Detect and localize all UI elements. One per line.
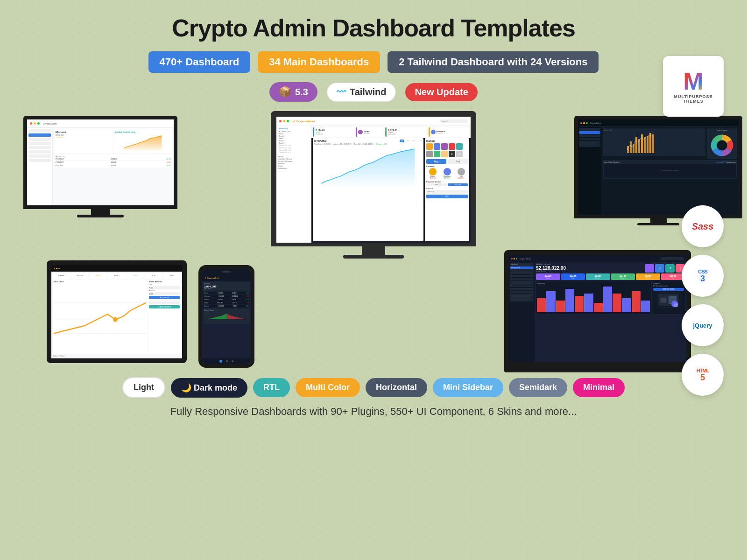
feature-badges-row: Light 🌙 Dark mode RTL Multi Color Horizo… — [122, 377, 625, 398]
sass-icon: Sass — [692, 221, 714, 232]
main-monitor: ⚡ Crypto Admin Search Dashboard ▸ Option… — [271, 111, 476, 259]
rtl-badge[interactable]: RTL — [253, 378, 290, 397]
html5-icon-circle: HTML 5 — [682, 354, 724, 396]
mini-sidebar-badge[interactable]: Mini Sidebar — [433, 378, 503, 397]
laravel-icon: 📦 — [279, 86, 291, 98]
horizontal-badge[interactable]: Horizontal — [366, 378, 427, 397]
tailwind-badge: 2 Tailwind Dashboard with 24 Versions — [388, 51, 599, 73]
monitor-left-screen: Crypto Admin — [23, 116, 177, 209]
svg-rect-4 — [638, 139, 640, 153]
main-dashboards-badge: 34 Main Dashboards — [258, 51, 380, 73]
laravel-badge: 📦 5.3 — [269, 82, 317, 102]
tailwind-tech-badge: 〰 Tailwind — [327, 83, 396, 102]
svg-point-11 — [717, 140, 727, 151]
svg-rect-9 — [652, 134, 654, 153]
css3-icon-circle: CSS 3 — [682, 255, 724, 297]
semidark-badge[interactable]: Semidark — [509, 378, 567, 397]
jquery-icon-circle: jQuery — [682, 304, 724, 346]
jquery-icon: jQuery — [693, 322, 712, 329]
svg-point-20 — [674, 303, 678, 308]
svg-rect-17 — [661, 298, 667, 303]
svg-point-15 — [113, 317, 118, 322]
logo-text: MULTIPURPOSETHEMES — [674, 94, 713, 104]
logo-letter: M — [683, 69, 703, 93]
light-badge[interactable]: Light — [122, 377, 165, 398]
svg-rect-5 — [641, 134, 643, 153]
tablet-screen: ETH/BTC $3,024.08 $38 BTC $43.219 +2.5% … — [47, 260, 187, 363]
dashboard-count-badge: 470+ Dashboard — [148, 51, 251, 73]
new-update-badge: New Update — [405, 83, 477, 101]
dark-mode-badge[interactable]: 🌙 Dark mode — [171, 378, 247, 398]
multi-color-badge[interactable]: Multi Color — [296, 378, 360, 397]
laptop-dark: Crypto Admin Dashboard Delivery 1 to 4 — [504, 250, 691, 372]
phone: ⚡ Crypto Admin Portfolio 2,094,095 2,944… — [198, 265, 254, 368]
footer-text: Fully Responsive Dashboards with 90+ Plu… — [170, 406, 577, 418]
phone-screen: ⚡ Crypto Admin Portfolio 2,094,095 2,944… — [198, 265, 254, 368]
tech-icons-right: Sass CSS 3 jQuery HTML 5 — [682, 205, 724, 396]
tech-row: 📦 5.3 〰 Tailwind New Update — [269, 82, 478, 102]
page-title: Crypto Admin Dashboard Templates — [172, 14, 575, 42]
laptop-dark-screen: Crypto Admin Dashboard Delivery 1 to 4 — [504, 250, 691, 367]
tailwind-icon: 〰 — [337, 87, 346, 98]
badges-row: 470+ Dashboard 34 Main Dashboards 2 Tail… — [148, 51, 599, 73]
main-monitor-screen: ⚡ Crypto Admin Search Dashboard ▸ Option… — [271, 111, 476, 246]
tablet: ETH/BTC $3,024.08 $38 BTC $43.219 +2.5% … — [47, 260, 187, 363]
sass-icon-circle: Sass — [682, 205, 724, 247]
html5-icon: HTML 5 — [697, 368, 709, 382]
css3-icon: CSS 3 — [698, 269, 707, 283]
svg-rect-1 — [630, 141, 632, 153]
minimal-badge[interactable]: Minimal — [573, 378, 625, 397]
page-wrapper: Crypto Admin Dashboard Templates 470+ Da… — [0, 0, 747, 560]
monitor-right-screen: Crypto Admin — [574, 116, 742, 218]
svg-rect-3 — [635, 137, 637, 153]
monitor-left: Crypto Admin — [23, 116, 177, 217]
svg-rect-8 — [649, 133, 651, 153]
devices-section: Crypto Admin — [19, 111, 728, 372]
multipurpose-logo: M MULTIPURPOSETHEMES — [663, 56, 724, 117]
svg-rect-7 — [647, 136, 648, 153]
